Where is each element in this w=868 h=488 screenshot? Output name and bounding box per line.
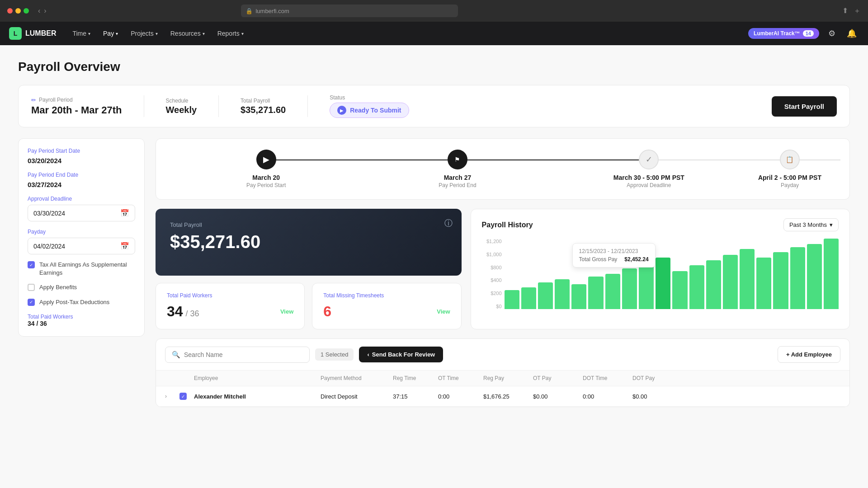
add-employee-button[interactable]: + Add Employee	[778, 346, 840, 363]
browser-dot-minimize[interactable]	[15, 8, 21, 14]
left-sidebar: Pay Period Start Date 03/20/2024 Pay Per…	[18, 138, 145, 407]
body-layout: Pay Period Start Date 03/20/2024 Pay Per…	[18, 138, 850, 407]
stats-column: Total Payroll $35,271.60 ⓘ Total Paid Wo…	[156, 209, 462, 329]
settings-icon-btn[interactable]: ⚙	[825, 26, 839, 41]
chart-bars-container	[505, 239, 839, 309]
divider-1	[144, 95, 144, 117]
missing-ts-label: Total Missing Timesheets	[323, 292, 450, 299]
missing-ts-view-link[interactable]: View	[437, 308, 450, 315]
row-checkbox-cell[interactable]	[179, 393, 194, 400]
browser-forward-btn[interactable]: ›	[44, 7, 46, 15]
add-employee-label: + Add Employee	[786, 351, 832, 358]
send-review-icon: ‹	[367, 351, 369, 358]
ai-badge[interactable]: LumberAI Track™ 14	[748, 28, 819, 39]
nav-item-pay[interactable]: Pay ▾	[98, 27, 123, 40]
chart-bar-6	[605, 274, 620, 309]
timeline-desc-1: Pay Period Start	[246, 182, 286, 188]
timeline-date-3: March 30 - 5:00 PM PST	[613, 174, 684, 181]
pay-end-label: Pay Period End Date	[28, 172, 135, 178]
th-employee: Employee	[194, 375, 321, 381]
chart-bar-17	[790, 247, 805, 309]
y-400: $400	[482, 277, 502, 283]
th-dot-time: DOT Time	[583, 375, 632, 381]
selected-badge: 1 Selected	[315, 348, 354, 361]
payday-input[interactable]: 04/02/2024 📅	[28, 238, 135, 254]
nav-logo-icon: L	[9, 27, 22, 40]
nav-projects-label: Projects	[131, 30, 154, 37]
total-paid-workers-sidebar-value: 34 / 36	[28, 320, 135, 327]
chart-area: 12/15/2023 - 12/21/2023 Total Gross Pay …	[482, 239, 839, 320]
chart-bar-10	[672, 271, 687, 309]
nav-resources-label: Resources	[170, 30, 201, 37]
paid-workers-view-link[interactable]: View	[280, 308, 293, 315]
share-icon[interactable]: ⬆	[842, 6, 848, 16]
checkbox-benefits[interactable]	[28, 284, 35, 291]
nav-item-projects[interactable]: Projects ▾	[125, 27, 163, 40]
nav-logo: L LUMBER	[9, 27, 56, 40]
browser-dots	[7, 8, 29, 14]
table-section: 🔍 1 Selected ‹ Send Back For Review + Ad…	[156, 338, 850, 407]
tooltip-value: $2,452.24	[624, 256, 648, 263]
table-header-row: Employee Payment Method Reg Time OT Time…	[156, 371, 849, 386]
chart-bar-9	[656, 258, 670, 309]
period-selector-label: Past 3 Months	[789, 221, 827, 228]
timeline-icon-4: 📋	[780, 150, 800, 169]
row-checkbox[interactable]	[179, 393, 187, 400]
browser-back-btn[interactable]: ‹	[38, 7, 40, 15]
divider-3	[307, 95, 308, 117]
nav-item-reports[interactable]: Reports ▾	[212, 27, 249, 40]
calendar-icon-approval: 📅	[120, 209, 129, 217]
total-paid-workers-sidebar-label: Total Paid Workers	[28, 314, 135, 320]
checkbox-post-tax-label: Apply Post-Tax Deductions	[39, 298, 109, 306]
row-expand-icon[interactable]: ›	[165, 393, 179, 399]
timeline-desc-2: Pay Period End	[439, 182, 476, 188]
row-ot-pay: $0.00	[533, 393, 583, 400]
row-payment-method: Direct Deposit	[321, 393, 393, 400]
nav-item-time[interactable]: Time ▾	[67, 27, 96, 40]
start-payroll-button[interactable]: Start Payroll	[772, 96, 837, 117]
sidebar-card: Pay Period Start Date 03/20/2024 Pay Per…	[18, 138, 145, 337]
lock-icon: 🔒	[245, 8, 253, 14]
chart-tooltip: 12/15/2023 - 12/21/2023 Total Gross Pay …	[572, 243, 656, 267]
browser-address-bar[interactable]: 🔒 lumberfi.com	[241, 5, 458, 17]
approval-deadline-input[interactable]: 03/30/2024 📅	[28, 205, 135, 221]
tooltip-label: Total Gross Pay	[579, 256, 618, 263]
timeline-desc-4: Payday	[781, 182, 799, 188]
nav-time-chevron: ▾	[88, 31, 90, 36]
pay-start-label: Pay Period Start Date	[28, 148, 135, 154]
missing-ts-value: 6	[323, 303, 331, 320]
nav-time-label: Time	[72, 30, 86, 37]
row-reg-pay: $1,676.25	[483, 393, 533, 400]
paid-workers-main: 34	[167, 303, 183, 320]
total-payroll-header-label: Total Payroll	[241, 98, 286, 104]
nav-reports-label: Reports	[217, 30, 240, 37]
checkbox-post-tax[interactable]	[28, 299, 35, 306]
checkbox-benefits-label: Apply Benefits	[39, 283, 77, 291]
total-payroll-info-icon[interactable]: ⓘ	[444, 218, 453, 229]
timeline-date-4: April 2 - 5:00 PM PST	[758, 174, 821, 181]
timeline-desc-3: Approval Deadline	[627, 182, 671, 188]
nav-items: Time ▾ Pay ▾ Projects ▾ Resources ▾ Repo…	[67, 27, 249, 40]
chart-bar-18	[807, 244, 822, 309]
calendar-icon-payday: 📅	[120, 242, 129, 250]
timeline: ▶ March 20 Pay Period Start ⚑ March 27 P…	[156, 138, 850, 200]
chart-bar-5	[588, 277, 603, 309]
period-selector[interactable]: Past 3 Months ▾	[783, 218, 839, 231]
browser-dot-close[interactable]	[7, 8, 13, 14]
search-input-wrap[interactable]: 🔍	[165, 347, 310, 363]
nav-item-resources[interactable]: Resources ▾	[165, 27, 210, 40]
checkbox-tax[interactable]	[28, 261, 35, 268]
chart-bar-11	[689, 265, 704, 309]
notifications-icon-btn[interactable]: 🔔	[844, 26, 859, 41]
browser-dot-fullscreen[interactable]	[24, 8, 29, 14]
chart-bar-16	[773, 252, 788, 309]
search-input[interactable]	[184, 351, 303, 358]
nav-logo-text: LUMBER	[25, 29, 56, 38]
new-tab-icon[interactable]: ＋	[854, 6, 861, 16]
table-row: › Alexander Mitchell Direct Deposit 37:1…	[156, 386, 849, 407]
payroll-period-label: ✏ Payroll Period	[31, 97, 122, 103]
send-review-button[interactable]: ‹ Send Back For Review	[359, 347, 443, 362]
main-content: Payroll Overview ✏ Payroll Period Mar 20…	[0, 45, 868, 488]
th-reg-pay: Reg Pay	[483, 375, 533, 381]
edit-icon[interactable]: ✏	[31, 97, 36, 103]
